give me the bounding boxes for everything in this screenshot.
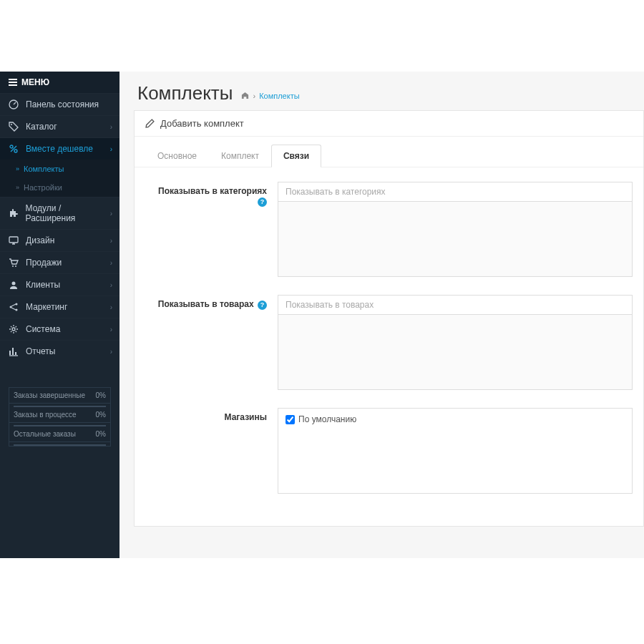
panel-header: Добавить комплект	[135, 111, 643, 137]
sidebar-item-percent[interactable]: Вместе дешевле›»Комплекты»Настройки	[0, 137, 119, 197]
breadcrumb: › Комплекты	[241, 92, 299, 100]
sidebar-item-cart[interactable]: Продажи›	[0, 251, 119, 273]
svg-rect-4	[9, 237, 18, 243]
input-products[interactable]	[278, 295, 633, 315]
arrow-icon: »	[16, 184, 19, 191]
sidebar-link[interactable]: Модули / Расширения›	[0, 197, 119, 229]
sidebar-link[interactable]: Маркетинг›	[0, 296, 119, 318]
stores-area: По умолчанию	[278, 408, 633, 494]
percent-icon	[9, 144, 20, 154]
sidebar-link[interactable]: Панель состояния	[0, 94, 119, 115]
categories-list[interactable]	[278, 202, 633, 277]
chevron-right-icon: ›	[110, 348, 112, 356]
stat-label: Заказы завершенные	[14, 391, 85, 399]
menu-header: МЕНЮ	[0, 72, 119, 93]
subnav: »Комплекты»Настройки	[0, 160, 119, 197]
tab-Комплект[interactable]: Комплект	[209, 145, 271, 167]
arrow-icon: »	[16, 165, 19, 172]
gear-icon	[9, 324, 20, 334]
display-icon	[9, 235, 20, 245]
products-list[interactable]	[278, 315, 633, 390]
help-icon[interactable]: ?	[258, 197, 267, 207]
form-row-products: Показывать в товарах ?	[145, 295, 633, 390]
subnav-item[interactable]: »Настройки	[0, 178, 119, 197]
tab-Основное[interactable]: Основное	[145, 145, 209, 167]
chevron-right-icon: ›	[110, 210, 112, 218]
sidebar-item-label: Дизайн	[26, 235, 54, 245]
breadcrumb-link[interactable]: Комплекты	[259, 92, 299, 100]
sidebar-item-display[interactable]: Дизайн›	[0, 229, 119, 251]
sidebar-item-puzzle[interactable]: Модули / Расширения›	[0, 197, 119, 229]
stat-label: Остальные заказы	[14, 430, 76, 438]
sidebar-link[interactable]: Клиенты›	[0, 274, 119, 296]
chart-icon	[9, 346, 20, 356]
page-header: Комплекты › Комплекты	[119, 72, 644, 110]
sidebar-link[interactable]: Дизайн›	[0, 230, 119, 251]
tab-Связи[interactable]: Связи	[271, 145, 321, 167]
sidebar-item-share[interactable]: Маркетинг›	[0, 296, 119, 318]
store-default-checkbox[interactable]	[286, 415, 295, 424]
subnav-label: Комплекты	[24, 165, 64, 173]
chevron-right-icon: ›	[110, 259, 112, 267]
bars-icon	[9, 79, 17, 86]
chevron-right-icon: ›	[110, 145, 112, 153]
svg-point-3	[14, 150, 17, 152]
sidebar-item-label: Каталог	[26, 122, 57, 132]
form-row-categories: Показывать в категориях ?	[145, 182, 633, 277]
chevron-right-icon: ›	[110, 326, 112, 333]
svg-point-7	[12, 282, 16, 286]
sidebar-item-dashboard[interactable]: Панель состояния	[0, 93, 119, 115]
help-icon[interactable]: ?	[258, 301, 267, 310]
sidebar-item-user[interactable]: Клиенты›	[0, 273, 119, 296]
form-row-stores: Магазины По умолчанию	[145, 408, 633, 494]
share-icon	[9, 302, 20, 312]
sidebar-item-label: Система	[26, 324, 60, 334]
home-icon[interactable]	[241, 92, 249, 99]
chevron-right-icon: ›	[110, 303, 112, 311]
pencil-icon	[145, 119, 155, 128]
content: Комплекты › Комплекты Добавить комплект …	[119, 72, 644, 558]
stats-box: Заказы завершенные0%Заказы в процессе0%О…	[9, 387, 111, 447]
stat-value: 0%	[96, 391, 106, 399]
svg-point-2	[10, 145, 13, 148]
sidebar-link[interactable]: Отчеты›	[0, 341, 119, 362]
nav-list: Панель состоянияКаталог›Вместе дешевле›»…	[0, 93, 119, 362]
cart-icon	[9, 258, 20, 268]
sidebar: МЕНЮ Панель состоянияКаталог›Вместе деше…	[0, 72, 119, 558]
chevron-right-icon: ›	[110, 281, 112, 289]
tag-icon	[9, 122, 20, 132]
chevron-right-icon: ›	[110, 237, 112, 245]
label-stores: Магазины	[145, 408, 278, 494]
sidebar-link[interactable]: Продажи›	[0, 252, 119, 273]
input-categories[interactable]	[278, 182, 633, 202]
stat-label: Заказы в процессе	[14, 411, 77, 419]
form-body: Показывать в категориях ? Показывать в т…	[135, 167, 643, 526]
subnav-label: Настройки	[24, 183, 62, 192]
user-icon	[9, 280, 20, 290]
sidebar-item-chart[interactable]: Отчеты›	[0, 340, 119, 362]
label-products: Показывать в товарах ?	[145, 295, 278, 390]
sidebar-item-gear[interactable]: Система›	[0, 318, 119, 340]
puzzle-icon	[9, 208, 20, 218]
stat-row: Заказы в процессе0%	[9, 407, 110, 423]
tabs: ОсновноеКомплектСвязи	[135, 137, 643, 167]
sidebar-item-tag[interactable]: Каталог›	[0, 115, 119, 137]
svg-point-1	[11, 124, 12, 125]
label-categories: Показывать в категориях ?	[145, 182, 278, 277]
subnav-item[interactable]: »Комплекты	[0, 160, 119, 178]
page-title: Комплекты	[137, 82, 233, 104]
sidebar-link[interactable]: Система›	[0, 318, 119, 340]
sidebar-link[interactable]: Каталог›	[0, 116, 119, 137]
sidebar-link[interactable]: Вместе дешевле›	[0, 138, 119, 160]
sidebar-item-label: Вместе дешевле	[26, 144, 93, 154]
chevron-right-icon: ›	[110, 123, 112, 131]
stat-row: Заказы завершенные0%	[9, 388, 110, 404]
sidebar-item-label: Маркетинг	[26, 302, 67, 312]
dashboard-icon	[9, 99, 20, 109]
store-default-option[interactable]: По умолчанию	[286, 414, 625, 424]
stat-value: 0%	[96, 430, 106, 438]
svg-point-6	[15, 265, 16, 267]
sidebar-item-label: Продажи	[26, 258, 62, 268]
sidebar-item-label: Отчеты	[26, 346, 55, 356]
menu-title: МЕНЮ	[21, 77, 49, 87]
